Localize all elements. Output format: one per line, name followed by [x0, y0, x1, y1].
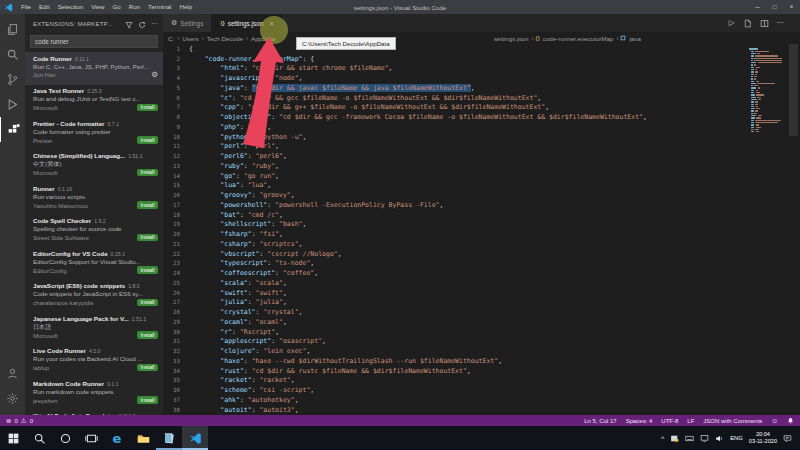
- indentation-status[interactable]: Spaces: 4: [626, 418, 653, 424]
- code-line[interactable]: 5 "java": "cd $dir && javac $fileName &&…: [163, 83, 800, 93]
- manage-gear-icon[interactable]: ⚙: [151, 71, 158, 78]
- code-line[interactable]: 27 "julia": "julia",: [163, 298, 800, 308]
- breadcrumb-item[interactable]: settings.json: [493, 35, 529, 42]
- menu-file[interactable]: File: [17, 0, 35, 14]
- code-line[interactable]: 17 "powershell": "powershell -ExecutionP…: [163, 200, 800, 210]
- code-line[interactable]: 11 "perl": "perl",: [163, 142, 800, 152]
- menu-edit[interactable]: Edit: [35, 0, 54, 14]
- tab-close-icon[interactable]: ×: [269, 19, 273, 28]
- more-editor-actions-icon[interactable]: ⋯: [777, 18, 785, 28]
- vscode-taskbar-icon[interactable]: [182, 426, 208, 450]
- install-button[interactable]: Install: [137, 364, 158, 372]
- minimize-button[interactable]: ─: [749, 0, 766, 14]
- menu-view[interactable]: View: [87, 0, 108, 14]
- install-button[interactable]: Install: [137, 396, 158, 404]
- extension-item[interactable]: Live Code Runner4.5.0Run your codes via …: [25, 345, 163, 378]
- menu-help[interactable]: Help: [175, 0, 196, 14]
- code-line[interactable]: 16 "groovy": "groovy",: [163, 190, 800, 200]
- open-changes-icon[interactable]: [743, 19, 752, 28]
- activity-search-icon[interactable]: [0, 42, 25, 67]
- activity-accounts-icon[interactable]: [0, 361, 25, 386]
- tray-app-icon[interactable]: [670, 429, 679, 447]
- code-line[interactable]: 33 "haxe": "haxe --cwd $dirWithoutTraili…: [163, 356, 800, 366]
- task-view-icon[interactable]: [78, 426, 104, 450]
- extension-item[interactable]: Prettier - Code formatter5.7.1Code forma…: [25, 117, 163, 150]
- code-line[interactable]: 37 "ahk": "autohotkey",: [163, 395, 800, 405]
- keyboard-icon[interactable]: [685, 429, 694, 447]
- extension-item[interactable]: Java Test Runner0.25.0Run and debug JUni…: [25, 85, 163, 118]
- pages-app-icon[interactable]: [156, 426, 182, 450]
- code-line[interactable]: 10 "python": "python -u",: [163, 132, 800, 142]
- tab-settings-json[interactable]: {}settings.json×: [212, 14, 282, 32]
- code-line[interactable]: 15 "lua": "lua",: [163, 181, 800, 191]
- extension-item[interactable]: Chinese (Simplified) Languag...1.51.1中文(…: [25, 150, 163, 183]
- code-line[interactable]: 28 "crystal": "crystal",: [163, 307, 800, 317]
- start-button[interactable]: [0, 426, 26, 450]
- language-indicator[interactable]: ENG: [730, 435, 743, 441]
- extension-item[interactable]: JavaScript (ES6) code snippets1.8.0Code …: [25, 280, 163, 313]
- install-button[interactable]: Install: [137, 169, 158, 177]
- activity-settings-gear-icon[interactable]: [0, 386, 25, 411]
- taskbar-search-icon[interactable]: [26, 426, 52, 450]
- menu-run[interactable]: Run: [125, 0, 144, 14]
- maximize-button[interactable]: □: [766, 0, 783, 14]
- code-line[interactable]: 38 "autoit": "autoit3",: [163, 405, 800, 415]
- code-line[interactable]: 4 "javascript": "node",: [163, 73, 800, 83]
- filter-icon[interactable]: [125, 15, 133, 33]
- install-button[interactable]: Install: [137, 266, 158, 274]
- more-actions-icon[interactable]: ⋯: [151, 20, 158, 28]
- code-line[interactable]: 29 "ocaml": "ocaml",: [163, 317, 800, 327]
- extensions-search-input[interactable]: [30, 35, 158, 48]
- install-button[interactable]: Install: [137, 331, 158, 339]
- volume-icon[interactable]: [715, 429, 724, 447]
- code-line[interactable]: 36 "scheme": "csi -script",: [163, 385, 800, 395]
- code-line[interactable]: 25 "scala": "scala",: [163, 278, 800, 288]
- code-line[interactable]: 24 "coffeescript": "coffee",: [163, 268, 800, 278]
- extension-item[interactable]: Code Runner0.11.1Run C, C++, Java, JS, P…: [25, 52, 163, 85]
- split-editor-icon[interactable]: [760, 19, 769, 28]
- breadcrumb-item[interactable]: AppData: [250, 35, 276, 42]
- minimap[interactable]: [747, 46, 785, 134]
- code-line[interactable]: 32 "clojure": "lein exec",: [163, 346, 800, 356]
- notifications-bell-icon[interactable]: [787, 417, 794, 425]
- scrollbar-thumb[interactable]: [789, 44, 798, 136]
- breadcrumb-item[interactable]: Users: [181, 35, 199, 42]
- extension-item[interactable]: Runner0.1.16Run various scripts.Yasuhiro…: [25, 182, 163, 215]
- install-button[interactable]: Install: [137, 104, 158, 112]
- code-line[interactable]: 31 "applescript": "osascript",: [163, 337, 800, 347]
- tray-expand-icon[interactable]: ^: [661, 435, 664, 442]
- extension-item[interactable]: EditorConfig for VS Code0.15.1EditorConf…: [25, 247, 163, 280]
- code-line[interactable]: 3 "html": "cd $dir && start chrome $file…: [163, 64, 800, 74]
- editor-scrollbar[interactable]: [787, 44, 800, 415]
- code-line[interactable]: 9 "php": "php",: [163, 122, 800, 132]
- code-line[interactable]: 34 "rust": "cd $dir && rustc $fileName &…: [163, 366, 800, 376]
- install-button[interactable]: Install: [137, 136, 158, 144]
- tab-settings[interactable]: ⚙Settings: [163, 14, 212, 32]
- breadcrumb-item[interactable]: Tech Decode: [206, 35, 244, 42]
- activity-explorer-icon[interactable]: [0, 17, 25, 42]
- refresh-icon[interactable]: [138, 15, 146, 33]
- code-line[interactable]: 35 "racket": "racket",: [163, 376, 800, 386]
- code-line[interactable]: 21 "csharp": "scriptcs",: [163, 239, 800, 249]
- code-line[interactable]: 8 "objective-c": "cd $dir && gcc -framew…: [163, 112, 800, 122]
- code-line[interactable]: 20 "fsharp": "fsi",: [163, 229, 800, 239]
- code-line[interactable]: 14 "go": "go run",: [163, 171, 800, 181]
- encoding-status[interactable]: UTF-8: [661, 418, 678, 424]
- code-line[interactable]: 22 "vbscript": "cscript //Nologo",: [163, 249, 800, 259]
- code-line[interactable]: 1{: [163, 44, 800, 54]
- edge-icon[interactable]: e: [104, 426, 130, 450]
- extension-item[interactable]: Japanese Language Pack for V...1.51.1日本語…: [25, 312, 163, 345]
- code-line[interactable]: 2 "code-runner.executorMap": {: [163, 54, 800, 64]
- code-line[interactable]: 30 "r": "Rscript",: [163, 327, 800, 337]
- feedback-icon[interactable]: ☺: [771, 417, 778, 424]
- install-button[interactable]: Install: [137, 201, 158, 209]
- install-button[interactable]: Install: [137, 234, 158, 242]
- install-button[interactable]: Install: [137, 299, 158, 307]
- code-line[interactable]: 23 "typescript": "ts-node",: [163, 259, 800, 269]
- language-mode-status[interactable]: JSON with Comments: [703, 418, 762, 424]
- file-explorer-icon[interactable]: [130, 426, 156, 450]
- action-center-icon[interactable]: [783, 429, 792, 447]
- code-line[interactable]: 19 "shellscript": "bash",: [163, 220, 800, 230]
- code-line[interactable]: 7 "cpp": "cd $dir && g++ $fileName -o $f…: [163, 103, 800, 113]
- code-line[interactable]: 26 "swift": "swift",: [163, 288, 800, 298]
